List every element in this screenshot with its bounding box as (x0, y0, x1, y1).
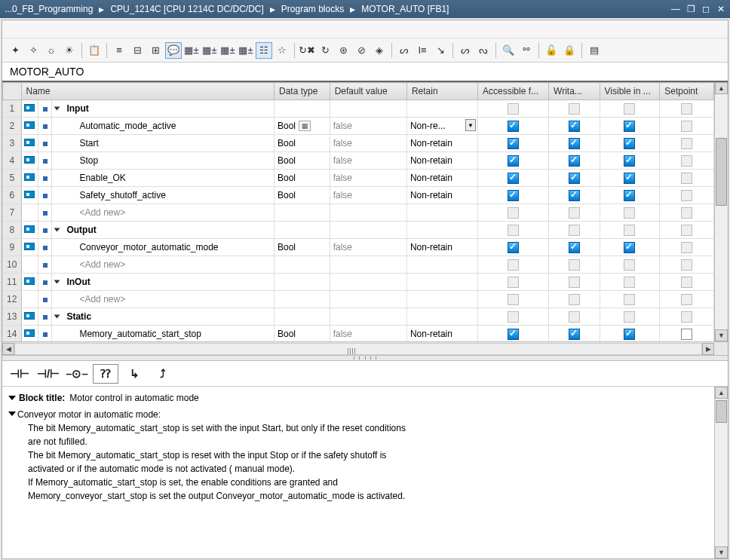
lad-branch-open-button[interactable]: ↳ (121, 364, 147, 384)
checkbox[interactable] (569, 121, 580, 132)
toolbar-button[interactable]: ↻ (317, 42, 333, 59)
cell-checkbox[interactable] (600, 274, 660, 291)
col-datatype[interactable]: Data type (275, 83, 330, 100)
checkbox[interactable] (569, 311, 580, 323)
cell-name[interactable]: Memory_automatic_start_stop (52, 326, 275, 342)
cell-name[interactable]: Enable_OK (52, 170, 275, 187)
checkbox[interactable] (624, 329, 635, 340)
cell-setpoint[interactable] (660, 291, 714, 308)
cell-datatype[interactable] (275, 256, 330, 274)
expand-icon[interactable] (8, 412, 16, 416)
cell-retain[interactable]: Non-retain (406, 326, 477, 342)
toolbar-button[interactable]: ▦± (219, 42, 236, 59)
checkbox[interactable] (569, 294, 580, 305)
checkbox[interactable] (569, 138, 580, 149)
cell-name[interactable]: <Add new> (52, 291, 275, 308)
table-row[interactable]: 3StartBoolfalseNon-retain (3, 135, 714, 152)
cell-datatype[interactable]: Bool (275, 152, 330, 170)
table-row[interactable]: 2Automatic_mode_activeBool▦falseNon-re..… (3, 118, 714, 135)
checkbox[interactable] (508, 103, 519, 115)
cell-datatype[interactable] (275, 222, 330, 239)
cell-retain[interactable]: Non-retain (406, 152, 477, 170)
scroll-thumb[interactable] (716, 138, 727, 206)
toolbar-button[interactable]: ≡ (111, 42, 127, 59)
cell-name[interactable]: Input (52, 100, 275, 118)
cell-datatype[interactable]: Bool (275, 135, 330, 152)
scroll-left-icon[interactable]: ◀ (2, 343, 14, 355)
checkbox[interactable] (681, 190, 692, 201)
checkbox[interactable] (569, 259, 580, 271)
cell-checkbox[interactable] (549, 326, 600, 342)
cell-retain[interactable]: Non-retain (406, 239, 477, 256)
toolbar-button[interactable]: 📋 (86, 42, 103, 59)
scroll-right-icon[interactable]: ▶ (702, 343, 714, 355)
checkbox[interactable] (569, 173, 580, 184)
cell-checkbox[interactable] (600, 326, 660, 342)
toolbar-button[interactable]: ↘ (432, 42, 449, 59)
checkbox[interactable] (508, 329, 519, 340)
toolbar-button[interactable]: ᔓ (475, 42, 492, 59)
checkbox[interactable] (508, 277, 519, 288)
datatype-picker-button[interactable]: ▦ (299, 121, 311, 131)
toolbar-button[interactable]: 🔓 (543, 42, 560, 59)
cell-name[interactable]: Start (52, 135, 275, 152)
cell-checkbox[interactable] (477, 239, 548, 256)
checkbox[interactable] (681, 103, 692, 115)
cell-checkbox[interactable] (600, 239, 660, 256)
checkbox[interactable] (624, 173, 635, 184)
lad-contact-no-button[interactable]: ⊣⊢ (7, 364, 32, 384)
toolbar-button[interactable]: ☼ (43, 42, 60, 59)
checkbox[interactable] (681, 121, 692, 132)
checkbox[interactable] (508, 155, 519, 167)
retain-dropdown-button[interactable]: ▼ (465, 119, 476, 131)
cell-checkbox[interactable] (549, 308, 600, 326)
checkbox[interactable] (681, 294, 692, 305)
breadcrumb-item[interactable]: MOTOR_AUTO [FB1] (360, 4, 450, 14)
cell-default[interactable] (330, 291, 406, 308)
horizontal-scrollbar[interactable]: ◀ ▶ (2, 341, 728, 355)
cell-retain[interactable] (406, 222, 477, 239)
cell-checkbox[interactable] (477, 135, 548, 152)
cell-default[interactable]: false (330, 326, 406, 342)
cell-checkbox[interactable] (549, 170, 600, 187)
cell-setpoint[interactable] (660, 100, 714, 118)
cell-setpoint[interactable] (660, 222, 714, 239)
checkbox[interactable] (681, 277, 692, 288)
cell-checkbox[interactable] (549, 152, 600, 170)
cell-datatype[interactable] (275, 274, 330, 291)
cell-datatype[interactable] (275, 308, 330, 326)
vertical-scrollbar[interactable]: ▲ ▼ (714, 82, 728, 341)
toolbar-button[interactable]: ☀ (61, 42, 78, 59)
checkbox[interactable] (569, 242, 580, 253)
toolbar-button[interactable]: ᵒᵒ (518, 42, 535, 59)
cell-setpoint[interactable] (660, 187, 714, 204)
cell-checkbox[interactable] (549, 100, 600, 118)
toolbar-button[interactable]: ▦± (183, 42, 200, 59)
toolbar-button[interactable]: ◈ (371, 42, 388, 59)
cell-default[interactable] (330, 256, 406, 274)
cell-checkbox[interactable] (600, 222, 660, 239)
col-name[interactable]: Name (21, 83, 274, 100)
cell-name[interactable]: Automatic_mode_active (52, 118, 275, 135)
cell-setpoint[interactable] (660, 152, 714, 170)
toolbar-button[interactable]: 💬 (165, 42, 182, 59)
toolbar-button[interactable]: ↻✖ (299, 42, 315, 59)
cell-default[interactable] (330, 100, 406, 118)
cell-datatype[interactable]: Bool (275, 187, 330, 204)
editor-vertical-scrollbar[interactable]: ▲ ▼ (714, 387, 728, 558)
cell-datatype[interactable] (275, 204, 330, 222)
minimize-button[interactable]: — (670, 3, 682, 15)
cell-name[interactable]: <Add new> (52, 204, 275, 222)
cell-checkbox[interactable] (477, 326, 548, 342)
col-accessible[interactable]: Accessible f... (477, 83, 548, 100)
cell-checkbox[interactable] (549, 291, 600, 308)
checkbox[interactable] (508, 190, 519, 201)
cell-retain[interactable]: Non-retain (406, 170, 477, 187)
cell-checkbox[interactable] (600, 291, 660, 308)
lad-box-button[interactable]: ⁇ (93, 364, 118, 384)
cell-checkbox[interactable] (477, 256, 548, 274)
cell-datatype[interactable]: Bool (275, 326, 330, 342)
cell-setpoint[interactable] (660, 274, 714, 291)
toolbar-button[interactable]: ⊞ (147, 42, 164, 59)
breadcrumb-item[interactable]: Program blocks (280, 4, 345, 14)
